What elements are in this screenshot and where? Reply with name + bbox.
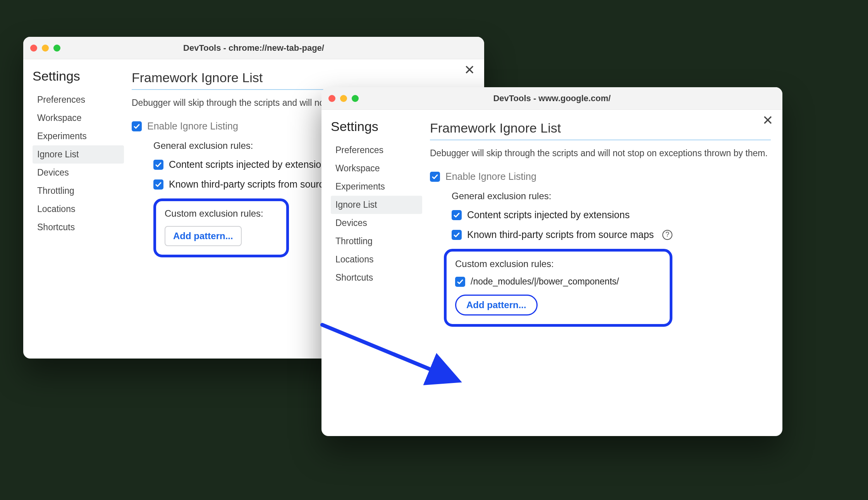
checkbox-checked-icon[interactable] [132,121,142,131]
enable-ignore-label: Enable Ignore Listing [445,171,536,182]
sidebar-item-workspace[interactable]: Workspace [33,109,124,127]
add-pattern-button[interactable]: Add pattern... [165,226,242,246]
add-pattern-button[interactable]: Add pattern... [455,295,538,316]
rule-content-scripts-label: Content scripts injected by extensions [169,159,332,170]
checkbox-checked-icon[interactable] [430,172,440,182]
checkbox-checked-icon[interactable] [153,160,163,170]
checkbox-checked-icon[interactable] [452,210,462,220]
checkbox-checked-icon[interactable] [153,179,163,190]
traffic-lights [328,95,359,102]
checkbox-checked-icon[interactable] [455,277,465,287]
panel-description: Debugger will skip through the scripts a… [430,147,771,159]
sidebar-item-locations[interactable]: Locations [331,250,422,269]
traffic-lights [30,45,60,52]
titlebar: DevTools - chrome://new-tab-page/ [23,37,484,59]
window-close-icon[interactable] [328,95,335,102]
rule-third-party-label: Known third-party scripts from source ma… [467,229,654,240]
window-minimize-icon[interactable] [42,45,49,52]
settings-heading: Settings [331,119,422,134]
custom-rules-label: Custom exclusion rules: [165,208,278,219]
settings-sidebar: Settings Preferences Workspace Experimen… [321,110,426,436]
sidebar-item-shortcuts[interactable]: Shortcuts [331,269,422,287]
sidebar-item-throttling[interactable]: Throttling [33,182,124,200]
sidebar-item-devices[interactable]: Devices [33,164,124,182]
sidebar-item-throttling[interactable]: Throttling [331,232,422,250]
custom-rules-callout: Custom exclusion rules: Add pattern... [153,198,289,257]
custom-rules-callout: Custom exclusion rules: /node_modules/|/… [444,249,672,327]
settings-content: ✕ Framework Ignore List Debugger will sk… [426,110,782,436]
sidebar-item-shortcuts[interactable]: Shortcuts [33,218,124,236]
titlebar: DevTools - www.google.com/ [321,87,782,110]
sidebar-item-experiments[interactable]: Experiments [331,178,422,196]
sidebar-item-locations[interactable]: Locations [33,200,124,218]
custom-rules-label: Custom exclusion rules: [455,259,661,269]
close-icon[interactable]: ✕ [464,63,475,76]
sidebar-item-workspace[interactable]: Workspace [331,159,422,178]
sidebar-item-ignore-list[interactable]: Ignore List [33,145,124,164]
settings-heading: Settings [33,69,124,84]
help-icon[interactable]: ? [662,230,672,240]
window-minimize-icon[interactable] [340,95,347,102]
window-maximize-icon[interactable] [352,95,359,102]
enable-ignore-listing-row[interactable]: Enable Ignore Listing [430,171,771,182]
window-title: DevTools - chrome://new-tab-page/ [23,43,484,53]
rule-content-scripts-label: Content scripts injected by extensions [467,209,630,221]
custom-pattern-text: /node_modules/|/bower_components/ [471,276,619,287]
sidebar-item-ignore-list[interactable]: Ignore List [331,196,422,214]
rule-content-scripts-row[interactable]: Content scripts injected by extensions [452,209,771,221]
sidebar-item-devices[interactable]: Devices [331,214,422,232]
devtools-window-front: DevTools - www.google.com/ Settings Pref… [321,87,782,436]
custom-pattern-row[interactable]: /node_modules/|/bower_components/ [455,276,661,287]
sidebar-item-preferences[interactable]: Preferences [33,91,124,109]
window-title: DevTools - www.google.com/ [321,93,782,103]
general-rules-label: General exclusion rules: [452,191,771,202]
window-close-icon[interactable] [30,45,37,52]
sidebar-item-preferences[interactable]: Preferences [331,141,422,159]
checkbox-checked-icon[interactable] [452,230,462,240]
rule-third-party-row[interactable]: Known third-party scripts from source ma… [452,229,771,240]
panel-heading: Framework Ignore List [430,121,771,140]
settings-sidebar: Settings Preferences Workspace Experimen… [23,59,128,359]
sidebar-item-experiments[interactable]: Experiments [33,127,124,145]
enable-ignore-label: Enable Ignore Listing [147,121,238,132]
window-maximize-icon[interactable] [53,45,60,52]
close-icon[interactable]: ✕ [762,114,773,127]
